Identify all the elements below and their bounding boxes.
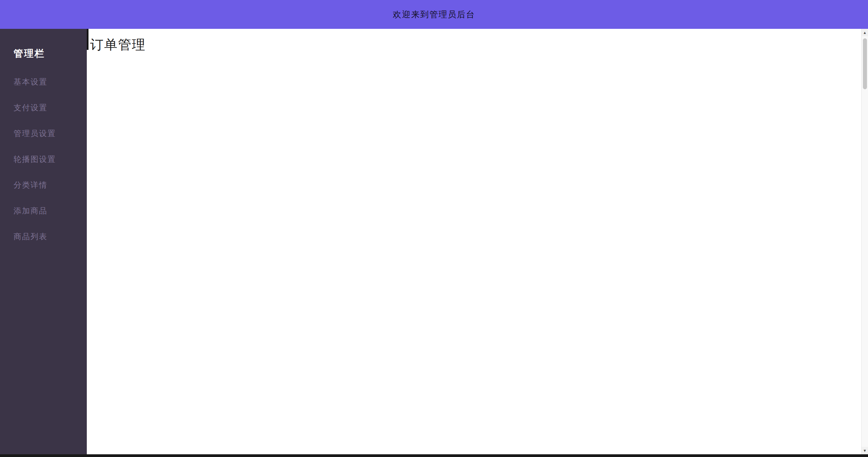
sidebar-item[interactable]: 支付设置 (0, 95, 87, 120)
sidebar: 管理栏 整体详情网站设置基本设置支付设置管理员设置轮播图设置商品管理分类详情添加… (0, 29, 87, 454)
scrollbar-thumb[interactable] (863, 38, 867, 89)
welcome-text: 欢迎来到管理员后台 (393, 9, 475, 20)
title-accent-bar (87, 29, 88, 50)
sidebar-item[interactable]: 添加商品 (0, 198, 87, 224)
sidebar-item[interactable]: 轮播图设置 (0, 146, 87, 172)
sidebar-nav: 整体详情网站设置基本设置支付设置管理员设置轮播图设置商品管理分类详情添加商品商品… (0, 69, 87, 249)
scrollbar-down-icon[interactable]: ▼ (862, 447, 868, 454)
sidebar-item[interactable]: 商品列表 (0, 224, 87, 249)
sidebar-item[interactable]: 管理员设置 (0, 120, 87, 146)
bottom-edge-bar (0, 454, 868, 457)
sidebar-item[interactable]: 退出 (87, 58, 863, 457)
scrollbar-up-icon[interactable]: ▲ (862, 29, 868, 36)
sidebar-title: 管理栏 (14, 47, 87, 60)
sidebar-item[interactable]: 分类详情 (0, 172, 87, 198)
page-scrollbar[interactable]: ▲ ▼ (861, 29, 868, 454)
page-title: 订单管理 (90, 36, 863, 54)
sidebar-item[interactable]: 基本设置 (0, 69, 87, 95)
topbar: 欢迎来到管理员后台 (0, 0, 868, 29)
